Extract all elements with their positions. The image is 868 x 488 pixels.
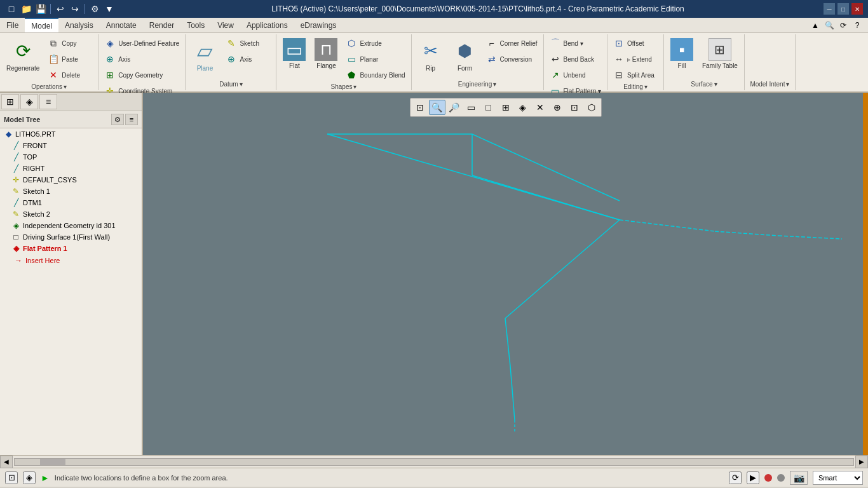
tree-item-front[interactable]: ╱ FRONT: [0, 140, 142, 151]
extrude-button[interactable]: ⬡ Extrude: [342, 36, 408, 51]
tree-label-front: FRONT: [23, 142, 47, 149]
split-area-button[interactable]: ⊟ Split Area: [610, 67, 661, 83]
unbend-button[interactable]: ↗ Unbend: [546, 67, 604, 83]
modelintent-group-label[interactable]: Model Intent ▾: [747, 80, 792, 89]
offset-label: Offset: [627, 40, 644, 47]
boundary-blend-button[interactable]: ⬟ Boundary Blend: [342, 67, 408, 83]
menu-file[interactable]: File: [0, 18, 25, 32]
family-table-button[interactable]: ⊞ Family Table: [698, 36, 742, 72]
scroll-left-btn[interactable]: ◀: [0, 456, 13, 468]
save-button[interactable]: 💾: [34, 3, 47, 15]
status-refresh-btn[interactable]: ⟳: [729, 471, 742, 484]
undo-button[interactable]: ↩: [54, 3, 67, 15]
engineering-group-label[interactable]: Engineering ▾: [414, 80, 541, 89]
minimize-button[interactable]: ─: [824, 3, 835, 15]
form-button[interactable]: ⬢ Form: [449, 36, 482, 74]
status-camera-btn[interactable]: 📷: [790, 471, 808, 485]
datum-col: ✎ Sketch ⊕ Axis: [222, 36, 273, 67]
panel-grid-btn[interactable]: ⊞: [1, 94, 19, 109]
copy-geometry-button[interactable]: ⊞ Copy Geometry: [101, 67, 182, 83]
window-title: LITHO5 (Active) C:\Users\peter_000\Docum…: [132, 4, 824, 13]
left-panel: ⊞ ◈ ≡ Model Tree ⚙ ≡ ◆ LITHO5.PRT ╱ FRON…: [0, 93, 143, 455]
redo-button[interactable]: ↪: [69, 3, 81, 15]
tree-view-btn[interactable]: ≡: [125, 114, 138, 125]
flat-button[interactable]: ▭ Flat: [279, 36, 309, 72]
tree-item-csys[interactable]: ✛ DEFAULT_CSYS: [0, 174, 142, 186]
collapse-ribbon-btn[interactable]: ▲: [810, 20, 821, 31]
user-defined-feature-button[interactable]: ◈ User-Defined Feature: [101, 36, 182, 51]
tree-item-drivsurf[interactable]: □ Driving Surface 1(First Wall): [0, 231, 142, 243]
menu-applications[interactable]: Applications: [240, 18, 294, 32]
menu-edrawings[interactable]: eDrawings: [294, 18, 343, 32]
close-button[interactable]: ✕: [851, 3, 863, 15]
bend-back-button[interactable]: ↩ Bend Back: [546, 51, 604, 67]
tree-item-top[interactable]: ╱ TOP: [0, 151, 142, 163]
panel-tree-btn[interactable]: ◈: [20, 94, 38, 109]
operations-items: ⟳ Regenerate ⧉ Copy 📋 Paste ✕ D: [3, 36, 95, 83]
extend-button[interactable]: ↔ ▹ Extend: [610, 51, 661, 67]
tree-item-sketch2[interactable]: ✎ Sketch 2: [0, 208, 142, 220]
corner-relief-button[interactable]: ⌐ Corner Relief: [483, 36, 541, 51]
open-button[interactable]: 📁: [20, 3, 32, 15]
flange-button[interactable]: ⊓ Flange: [311, 36, 341, 72]
sync-btn[interactable]: ⟳: [837, 20, 849, 31]
tree-settings-btn[interactable]: ⚙: [111, 114, 124, 125]
rip-button[interactable]: ✂ Rip: [414, 36, 447, 74]
menu-model[interactable]: Model: [25, 18, 58, 32]
sketch-button[interactable]: ✎ Sketch: [222, 36, 273, 51]
fill-button[interactable]: ▪ Fill: [667, 36, 697, 72]
editing-group-label[interactable]: Editing ▾: [610, 83, 661, 92]
panel-layers-btn[interactable]: ≡: [39, 94, 57, 109]
status-icon-left2[interactable]: ◈: [23, 471, 36, 484]
tree-item-flatpat[interactable]: ◈ Flat Pattern 1: [0, 243, 142, 254]
datum-group-label[interactable]: Datum ▾: [188, 80, 273, 89]
qa-dropdown-button[interactable]: ▼: [103, 3, 116, 15]
tree-item-dtm1[interactable]: ╱ DTM1: [0, 197, 142, 208]
axis2-button[interactable]: ⊕ Axis: [222, 51, 273, 67]
scroll-right-btn[interactable]: ▶: [855, 456, 868, 468]
viewport[interactable]: ⊡ 🔍 🔎 ▭ □ ⊞ ◈ ✕ ⊕ ⊡ ⬡: [143, 93, 868, 455]
regenerate-button[interactable]: ⟳ Regenerate: [3, 36, 43, 74]
new-button[interactable]: □: [5, 3, 18, 15]
tree-item-sketch1[interactable]: ✎ Sketch 1: [0, 186, 142, 197]
settings-button[interactable]: ⚙: [88, 3, 101, 15]
menu-annotate[interactable]: Annotate: [100, 18, 143, 32]
tree-icon-dtm1: ╱: [10, 198, 22, 208]
bend-button[interactable]: ⌒ Bend ▾: [546, 36, 604, 51]
tree-item-root[interactable]: ◆ LITHO5.PRT: [0, 128, 142, 140]
plane-button[interactable]: ▱ Plane: [188, 36, 221, 74]
maximize-button[interactable]: □: [837, 3, 849, 15]
search-btn[interactable]: 🔍: [824, 20, 835, 31]
menu-tools[interactable]: Tools: [180, 18, 211, 32]
surface-group-label[interactable]: Surface ▾: [667, 80, 742, 89]
axis-button[interactable]: ⊕ Axis: [101, 51, 182, 67]
rip-label: Rip: [426, 65, 435, 72]
paste-button[interactable]: 📋 Paste: [44, 51, 95, 67]
smart-select[interactable]: Smart Geometry Feature: [813, 471, 863, 485]
planar-button[interactable]: ▭ Planar: [342, 51, 408, 67]
delete-button[interactable]: ✕ Delete: [44, 67, 95, 83]
menu-analysis[interactable]: Analysis: [58, 18, 100, 32]
help-btn[interactable]: ?: [851, 20, 863, 31]
offset-button[interactable]: ⊡ Offset: [610, 36, 661, 51]
model-tree-content: ◆ LITHO5.PRT ╱ FRONT ╱ TOP ╱ RIGHT ✛: [0, 128, 142, 455]
svg-line-5: [472, 134, 620, 201]
scroll-track[interactable]: [14, 458, 854, 466]
insert-here-item[interactable]: → Insert Here: [0, 254, 142, 267]
title-bar: □ 📁 💾 ↩ ↪ ⚙ ▼ LITHO5 (Active) C:\Users\p…: [0, 0, 868, 18]
operations-group-label[interactable]: Operations ▾: [3, 83, 95, 92]
tree-item-indepgeom[interactable]: ◈ Independent Geometry id 301: [0, 220, 142, 231]
surface-items: ▪ Fill ⊞ Family Table: [667, 36, 742, 80]
status-play-btn[interactable]: ▶: [747, 471, 759, 484]
conversion-button[interactable]: ⇄ Conversion: [483, 51, 541, 67]
udf-label: User-Defined Feature: [118, 40, 179, 47]
status-bar: ⊡ ◈ ► Indicate two locations to define a…: [0, 468, 868, 487]
menu-view[interactable]: View: [211, 18, 240, 32]
status-icon-left1[interactable]: ⊡: [5, 471, 18, 484]
engineering-col: ⌐ Corner Relief ⇄ Conversion: [483, 36, 541, 67]
shapes-group-label[interactable]: Shapes ▾: [279, 83, 408, 92]
status-indicator-green: ►: [41, 473, 50, 483]
copy-button[interactable]: ⧉ Copy: [44, 36, 95, 51]
menu-render[interactable]: Render: [143, 18, 180, 32]
tree-item-right[interactable]: ╱ RIGHT: [0, 163, 142, 174]
